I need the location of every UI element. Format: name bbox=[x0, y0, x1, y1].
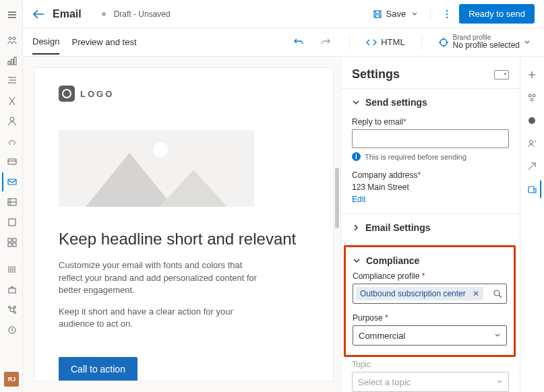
body-paragraph-1[interactable]: Customize your email with fonts and colo… bbox=[59, 259, 261, 296]
brand-profile-selector[interactable]: Brand profile No profile selected bbox=[438, 34, 535, 50]
nav-item-7[interactable] bbox=[2, 152, 21, 171]
vtab-settings[interactable] bbox=[524, 181, 541, 198]
nav-item-12[interactable] bbox=[2, 260, 21, 279]
purpose-label: Purpose * bbox=[353, 313, 507, 323]
svg-point-23 bbox=[446, 16, 448, 18]
section-topic: Topic Select a topic bbox=[341, 357, 520, 392]
nav-item-9[interactable] bbox=[2, 193, 21, 211]
hamburger-icon[interactable] bbox=[2, 5, 21, 24]
svg-rect-7 bbox=[8, 179, 16, 185]
edit-company-address-link[interactable]: Edit bbox=[352, 195, 366, 204]
nav-item-5[interactable] bbox=[2, 112, 21, 131]
nav-item-3[interactable] bbox=[2, 71, 21, 90]
more-actions-icon[interactable] bbox=[443, 9, 451, 19]
svg-point-21 bbox=[446, 9, 448, 11]
section-send-settings: Send settings Reply to email* i This is … bbox=[341, 88, 520, 214]
save-split-chevron-icon[interactable] bbox=[411, 11, 418, 18]
section-send-settings-header[interactable]: Send settings bbox=[352, 94, 509, 110]
company-address-label: Company address* bbox=[352, 170, 509, 180]
svg-rect-31 bbox=[528, 187, 534, 193]
reply-to-hint: i This is required before sending bbox=[352, 152, 509, 161]
svg-rect-3 bbox=[11, 59, 13, 65]
compliance-profile-label: Compliance profile * bbox=[353, 271, 507, 281]
html-view-button[interactable]: HTML bbox=[366, 37, 404, 48]
nav-item-14[interactable] bbox=[2, 300, 21, 319]
body-paragraph-2[interactable]: Keep it short and have a clear action fo… bbox=[59, 306, 261, 330]
nav-item-email[interactable] bbox=[2, 172, 21, 191]
logo-icon bbox=[59, 86, 75, 102]
brand-profile-value: No profile selected bbox=[453, 41, 520, 50]
vtab-personalize[interactable] bbox=[524, 135, 541, 152]
nav-item-4[interactable] bbox=[2, 92, 21, 110]
svg-point-5 bbox=[10, 117, 14, 121]
svg-rect-2 bbox=[8, 61, 10, 65]
chevron-right-icon bbox=[352, 224, 360, 232]
nav-item-11[interactable] bbox=[2, 233, 21, 252]
section-email-settings-header[interactable]: Email Settings bbox=[352, 220, 509, 236]
nav-item-1[interactable] bbox=[2, 31, 21, 50]
company-address-value: 123 Main Street bbox=[352, 183, 509, 192]
svg-rect-12 bbox=[8, 243, 11, 247]
reply-to-label: Reply to email* bbox=[352, 117, 509, 127]
panel-vertical-tabs bbox=[520, 57, 544, 392]
undo-icon[interactable] bbox=[291, 35, 306, 50]
svg-point-15 bbox=[10, 308, 14, 312]
svg-point-22 bbox=[446, 13, 448, 14]
left-nav-rail: RJ bbox=[0, 0, 23, 392]
search-icon[interactable] bbox=[493, 289, 502, 298]
tab-design[interactable]: Design bbox=[32, 30, 59, 55]
back-icon[interactable] bbox=[32, 8, 44, 20]
svg-rect-13 bbox=[13, 243, 16, 247]
chevron-down-icon bbox=[524, 39, 531, 46]
vtab-theme[interactable] bbox=[524, 112, 541, 129]
save-label: Save bbox=[386, 9, 406, 19]
info-icon: i bbox=[352, 152, 361, 161]
svg-rect-6 bbox=[8, 159, 16, 164]
draft-status-dot bbox=[102, 12, 106, 16]
nav-item-6[interactable] bbox=[2, 132, 21, 151]
scrollbar[interactable] bbox=[335, 168, 339, 228]
panel-title: Settings bbox=[352, 67, 400, 81]
svg-rect-4 bbox=[14, 57, 16, 65]
nav-item-10[interactable] bbox=[2, 213, 21, 232]
redo-icon[interactable] bbox=[318, 35, 333, 50]
vtab-send[interactable] bbox=[524, 158, 541, 175]
vtab-add[interactable] bbox=[524, 66, 541, 84]
svg-point-27 bbox=[533, 94, 535, 97]
remove-chip-icon[interactable]: ✕ bbox=[473, 289, 479, 298]
svg-point-1 bbox=[13, 37, 16, 40]
sub-bar: Design Preview and test HTML Brand profi… bbox=[23, 28, 544, 57]
purpose-select[interactable]: Commercial bbox=[353, 325, 507, 346]
compliance-profile-chip[interactable]: Outbound subscription center ✕ bbox=[356, 287, 483, 300]
nav-item-2[interactable] bbox=[2, 51, 21, 70]
image-placeholder[interactable] bbox=[59, 130, 254, 207]
vtab-components[interactable] bbox=[524, 89, 541, 106]
svg-point-28 bbox=[531, 98, 533, 101]
cta-button[interactable]: Call to action bbox=[59, 357, 138, 381]
svg-point-25 bbox=[494, 290, 500, 296]
keyboard-icon[interactable] bbox=[494, 70, 509, 79]
section-compliance-header[interactable]: Compliance bbox=[353, 254, 507, 271]
topic-select[interactable]: Select a topic bbox=[352, 372, 509, 392]
page-title: Email bbox=[53, 8, 82, 20]
chevron-down-icon bbox=[494, 332, 501, 339]
ready-to-send-button[interactable]: Ready to send bbox=[459, 4, 535, 24]
nav-item-15[interactable] bbox=[2, 321, 21, 339]
svg-point-26 bbox=[528, 94, 531, 97]
user-avatar[interactable]: RJ bbox=[4, 372, 19, 387]
svg-point-16 bbox=[8, 306, 10, 308]
reply-to-input[interactable] bbox=[352, 129, 509, 148]
logo: LOGO bbox=[59, 86, 309, 102]
compliance-profile-lookup[interactable]: Outbound subscription center ✕ bbox=[353, 284, 507, 304]
compliance-highlight: Compliance Compliance profile * Outbound… bbox=[344, 245, 516, 357]
svg-rect-14 bbox=[9, 288, 16, 293]
headline[interactable]: Keep headline short and relevant bbox=[59, 228, 309, 250]
svg-point-17 bbox=[13, 306, 16, 308]
chevron-down-icon bbox=[353, 257, 361, 265]
email-canvas[interactable]: LOGO Keep headline short and relevant Cu… bbox=[34, 67, 334, 381]
section-email-settings: Email Settings bbox=[341, 214, 520, 245]
logo-text: LOGO bbox=[80, 89, 114, 99]
save-button[interactable]: Save bbox=[373, 9, 406, 19]
tab-preview[interactable]: Preview and test bbox=[71, 30, 136, 54]
nav-item-13[interactable] bbox=[2, 280, 21, 299]
